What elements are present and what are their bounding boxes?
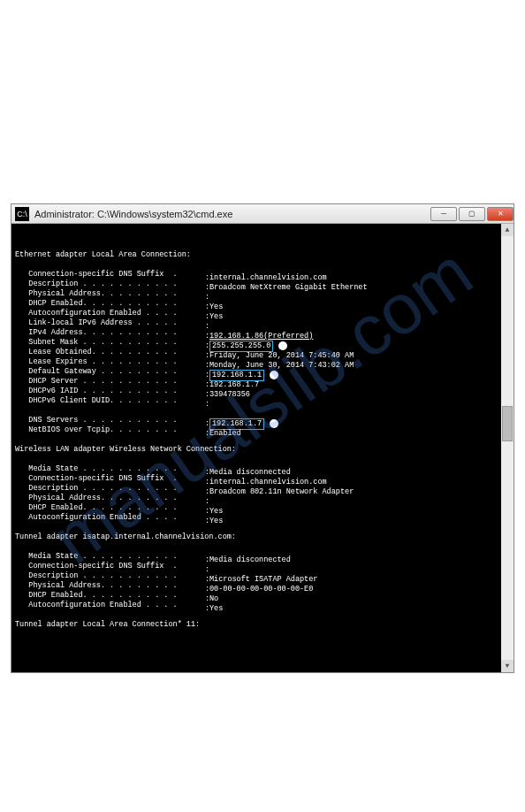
- output-line: IPv4 Address. . . . . . . . . . . : 192.…: [15, 328, 510, 338]
- scroll-up-arrow[interactable]: ▲: [501, 224, 514, 236]
- output-line: DHCPv6 Client DUID. . . . . . . . :: [15, 396, 510, 406]
- highlight-dot: [270, 419, 278, 428]
- highlight-dot: [270, 371, 278, 379]
- section-header: Ethernet adapter Local Area Connection:: [15, 250, 510, 260]
- output-line: Description . . . . . . . . . . . : Broa…: [15, 280, 510, 289]
- output-line: DHCP Enabled. . . . . . . . . . . : Yes: [15, 299, 510, 309]
- output-line: DHCPv6 IAID . . . . . . . . . . . : 3394…: [15, 387, 510, 396]
- maximize-button[interactable]: ▢: [459, 207, 485, 221]
- terminal-output[interactable]: Ethernet adapter Local Area Connection: …: [11, 224, 514, 672]
- section-header: Tunnel adapter Local Area Connection* 11…: [15, 620, 510, 630]
- window-title: Administrator: C:\Windows\system32\cmd.e…: [33, 209, 429, 219]
- output-line: Lease Obtained. . . . . . . . . . : Frid…: [15, 348, 510, 357]
- close-button[interactable]: ✕: [487, 207, 514, 221]
- window-titlebar[interactable]: C:\ Administrator: C:\Windows\system32\c…: [11, 204, 514, 224]
- output-line: DNS Servers . . . . . . . . . . . : 192.…: [15, 416, 510, 425]
- cmd-icon: C:\: [15, 207, 29, 221]
- vertical-scrollbar[interactable]: ▲ ▼: [501, 224, 514, 672]
- output-line: Default Gateway . . . . . . . . . : 192.…: [15, 367, 510, 377]
- output-line: Description . . . . . . . . . . . : Micr…: [15, 571, 510, 581]
- output-line: Subnet Mask . . . . . . . . . . . : 255.…: [15, 338, 510, 348]
- output-line: Physical Address. . . . . . . . . : 00-0…: [15, 581, 510, 591]
- scroll-down-arrow[interactable]: ▼: [501, 660, 514, 672]
- output-line: Media State . . . . . . . . . . . : Medi…: [15, 464, 510, 474]
- section-header: Tunnel adapter isatap.internal.channelvi…: [15, 532, 510, 542]
- output-line: Autoconfiguration Enabled . . . . : Yes: [15, 601, 510, 610]
- section-header: Wireless LAN adapter Wireless Network Co…: [15, 445, 510, 455]
- output-line: Connection-specific DNS Suffix . : inter…: [15, 474, 510, 484]
- command-prompt-window: C:\ Administrator: C:\Windows\system32\c…: [11, 203, 514, 673]
- output-line: Connection-specific DNS Suffix . : inter…: [15, 270, 510, 280]
- minimize-button[interactable]: ─: [430, 207, 457, 221]
- scroll-thumb[interactable]: [502, 406, 513, 441]
- output-line: Autoconfiguration Enabled . . . . : Yes: [15, 309, 510, 318]
- output-line: Lease Expires . . . . . . . . . . : Mond…: [15, 357, 510, 367]
- output-line: DHCP Enabled. . . . . . . . . . . : Yes: [15, 503, 510, 513]
- output-line: Media State . . . . . . . . . . . : Medi…: [15, 552, 510, 562]
- output-line: Description . . . . . . . . . . . : Broa…: [15, 484, 510, 494]
- output-line: Link-local IPv6 Address . . . . . :: [15, 318, 510, 328]
- output-line: Autoconfiguration Enabled . . . . : Yes: [15, 513, 510, 523]
- output-line: [15, 406, 510, 416]
- scroll-track[interactable]: [501, 236, 514, 660]
